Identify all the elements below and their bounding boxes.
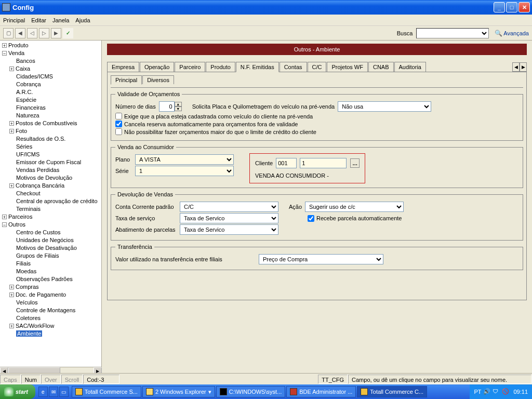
task-totall-c[interactable]: Totall Commerce C... — [357, 386, 427, 397]
collapse-icon[interactable]: − — [2, 51, 7, 56]
tree-postos[interactable]: Postos de Combustíveis — [16, 120, 77, 126]
tree-controle-mont[interactable]: Controle de Montagens — [16, 307, 75, 313]
chk-cancela[interactable] — [115, 121, 122, 127]
tray-lang[interactable]: PT — [474, 389, 481, 395]
task-explorer[interactable]: 2 Windows Explorer▾ — [142, 386, 215, 397]
maximize-button[interactable]: □ — [506, 2, 517, 12]
start-button[interactable]: start — [0, 384, 35, 399]
tree-obs-padroes[interactable]: Observações Padrões — [16, 276, 73, 282]
tree-financeiras[interactable]: Financeiras — [16, 104, 46, 111]
tree-bancos[interactable]: Bancos — [16, 58, 35, 64]
tab-cnab[interactable]: CNAB — [368, 62, 394, 72]
task-bde[interactable]: BDE Administrator ... — [286, 386, 356, 397]
menu-editar[interactable]: Editar — [31, 17, 46, 23]
abat-select[interactable]: Taxa de Servico — [180, 224, 278, 235]
minimize-button[interactable]: _ — [494, 2, 505, 12]
tree-venda[interactable]: Venda — [8, 50, 24, 56]
cliente-cod-input[interactable] — [276, 158, 297, 168]
menu-ajuda[interactable]: Ajuda — [75, 17, 90, 23]
nav-first-button[interactable]: ▢ — [3, 28, 14, 38]
tree-resultados[interactable]: Resultados de O.S. — [16, 136, 65, 142]
tree-emissor[interactable]: Emissor de Cupom Fiscal — [16, 159, 81, 165]
tree-produto[interactable]: Produto — [8, 42, 29, 48]
tree-terminais[interactable]: Terminais — [16, 206, 41, 212]
tree-especie[interactable]: Espécie — [16, 97, 36, 103]
plano-select[interactable]: A VISTA — [135, 154, 234, 165]
tree-centro-custos[interactable]: Centro de Custos — [16, 229, 61, 235]
nav-next-button[interactable]: ▷ — [39, 28, 49, 38]
tab-projetos[interactable]: Projetos WF — [327, 62, 368, 72]
task-totall-s[interactable]: Totall Commerce S... — [72, 386, 141, 397]
tree-cobranca[interactable]: Cobrança — [16, 81, 41, 87]
solicita-placa-select[interactable]: Não usa — [338, 101, 431, 112]
tree-outros[interactable]: Outros — [8, 221, 25, 228]
nav-tree[interactable]: +Produto −Venda Bancos +Caixa Cidades/IC… — [0, 41, 102, 367]
numero-dias-input[interactable] — [159, 101, 175, 112]
advanced-search-link[interactable]: Avançada — [495, 30, 529, 37]
tree-moedas[interactable]: Moedas — [16, 268, 36, 274]
tray-icon-2[interactable]: 🛡 — [493, 388, 500, 395]
tree-doc-pag[interactable]: Doc. de Pagamento — [16, 291, 66, 298]
cliente-lookup-button[interactable]: … — [350, 158, 360, 168]
task-cmd[interactable]: C:\WINDOWS\syst... — [216, 386, 285, 397]
tree-filiais[interactable]: Filiais — [16, 260, 31, 267]
nav-prev-page-button[interactable]: ◀ — [15, 28, 25, 38]
tab-scroll-right-icon[interactable]: ▶ — [520, 62, 527, 72]
tree-caixa[interactable]: Caixa — [16, 65, 30, 72]
taxa-select[interactable]: Taxa de Servico — [180, 213, 278, 223]
tab-produto[interactable]: Produto — [206, 62, 235, 72]
tree-cidades[interactable]: Cidades/ICMS — [16, 73, 53, 79]
tree-foto[interactable]: Foto — [16, 128, 27, 134]
tree-veiculos[interactable]: Veículos — [16, 299, 38, 305]
tab-nf[interactable]: N.F. Emitidas — [236, 62, 279, 72]
menu-janela[interactable]: Janela — [52, 17, 69, 23]
chk-recebe[interactable] — [308, 215, 314, 222]
tree-ambiente[interactable]: Ambiente — [16, 330, 42, 337]
tree-sac[interactable]: SAC/WorkFlow — [16, 323, 54, 329]
tree-arc[interactable]: A.R.C. — [16, 89, 33, 95]
tab-parceiro[interactable]: Parceiro — [175, 62, 205, 72]
serie-select[interactable]: 1 — [135, 166, 234, 176]
chk-nao-poss[interactable] — [115, 128, 122, 135]
tab-empresa[interactable]: Empresa — [107, 62, 139, 72]
tree-cob-bancaria[interactable]: Cobrança Bancária — [16, 182, 64, 189]
subtab-principal[interactable]: Principal — [111, 75, 142, 85]
tab-cc[interactable]: C/C — [308, 62, 327, 72]
tree-unidades[interactable]: Unidades de Negócios — [16, 237, 74, 243]
search-input[interactable] — [416, 28, 489, 38]
tab-operacao[interactable]: Operação — [140, 62, 174, 72]
spin-down-icon[interactable]: ▼ — [175, 107, 182, 111]
tree-natureza[interactable]: Natureza — [16, 112, 39, 118]
tree-uficms[interactable]: UF/ICMS — [16, 151, 39, 157]
chk-exige[interactable] — [115, 113, 122, 119]
subtab-diversos[interactable]: Diversos — [142, 75, 174, 84]
spin-up-icon[interactable]: ▲ — [175, 102, 182, 107]
acao-select[interactable]: Sugerir uso de c/c — [305, 202, 404, 212]
confirm-icon[interactable]: ✓ — [63, 28, 73, 38]
expand-icon[interactable]: + — [2, 43, 7, 48]
ql-ie-icon[interactable]: e — [38, 387, 48, 397]
close-button[interactable]: ✕ — [518, 2, 530, 12]
tree-central[interactable]: Central de aprovação de crédito — [16, 198, 98, 204]
tree-vendas-perdidas[interactable]: Vendas Perdidas — [16, 167, 59, 173]
nav-prev-button[interactable]: ◁ — [27, 28, 37, 38]
tab-contas[interactable]: Contas — [280, 62, 307, 72]
nav-last-button[interactable]: ▶ — [51, 28, 61, 38]
tree-motivos-desat[interactable]: Motivos de Desativação — [16, 245, 77, 251]
cliente-seq-input[interactable] — [300, 158, 347, 168]
ql-desktop-icon[interactable]: ▭ — [59, 387, 69, 397]
tree-grupos-filiais[interactable]: Grupos de Filiais — [16, 252, 59, 259]
tree-series[interactable]: Séries — [16, 143, 32, 150]
tab-auditoria[interactable]: Auditoria — [394, 62, 426, 72]
tab-scroll-left-icon[interactable]: ◀ — [512, 62, 520, 72]
tree-checkout[interactable]: Checkout — [16, 190, 40, 196]
tree-parceiros[interactable]: Parceiros — [8, 214, 32, 220]
menu-principal[interactable]: Principal — [3, 17, 25, 23]
tree-compras[interactable]: Compras — [16, 284, 39, 290]
tray-clock[interactable]: 09:11 — [513, 389, 528, 395]
tray-icon-3[interactable]: 🚫 — [502, 388, 509, 395]
tray-icon-1[interactable]: 🔊 — [483, 388, 490, 395]
ql-outlook-icon[interactable]: ✉ — [49, 387, 58, 397]
transf-valor-select[interactable]: Preço de Compra — [259, 254, 383, 264]
tree-motivos-dev[interactable]: Motivos de Devolução — [16, 175, 72, 181]
